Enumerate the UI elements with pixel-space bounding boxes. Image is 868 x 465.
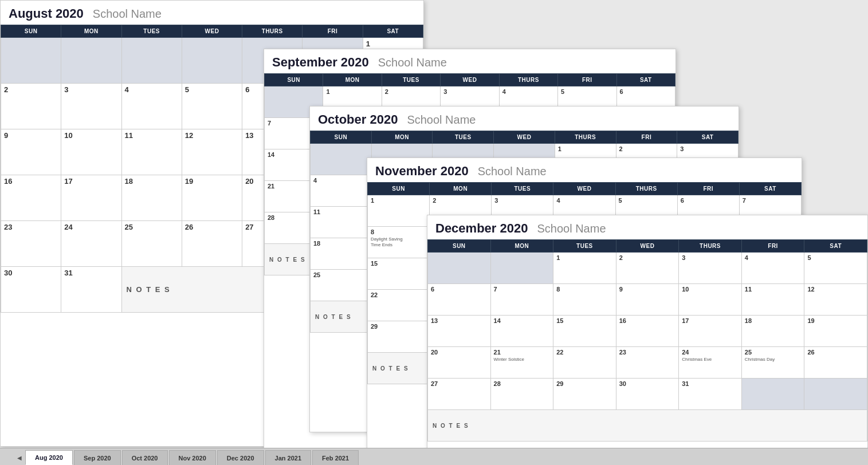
aug-col-wed: WED [182, 25, 242, 38]
table-row: 29 [368, 321, 430, 353]
tab-scroll-left[interactable]: ◀ [14, 450, 25, 465]
table-row [741, 379, 804, 410]
table-row: 5 [804, 253, 867, 284]
table-row: 18 [121, 175, 182, 221]
tab-jan-2021[interactable]: Jan 2021 [265, 450, 311, 465]
aug-col-sun: SUN [1, 25, 61, 38]
table-row: 21Winter Solstice [490, 347, 553, 379]
table-row: 10 [679, 284, 742, 316]
table-row: 17 [61, 175, 121, 221]
event-label: Christmas Eve [682, 357, 739, 362]
nov-col-sun: SUN [368, 183, 430, 195]
event-label: Daylight SavingTime Ends [371, 237, 426, 247]
table-row: 15 [553, 316, 616, 347]
sep-col-wed: WED [441, 74, 499, 86]
table-row: 30 [1, 267, 61, 313]
oct-col-mon: MON [371, 131, 433, 144]
table-row: 23 [1, 221, 61, 267]
nov-col-thu: THURS [615, 183, 677, 195]
event-label: Christmas Day [745, 357, 802, 362]
table-row: 19 [182, 175, 242, 221]
october-school: School Name [407, 113, 476, 127]
august-header: August 2020 School Name [1, 1, 423, 25]
table-row: 17 [679, 316, 742, 347]
table-row: 16 [1, 175, 61, 221]
aug-col-fri: FRI [303, 25, 363, 38]
table-row [428, 253, 491, 284]
table-row: 30 [616, 379, 679, 410]
nov-col-mon: MON [430, 183, 492, 195]
december-grid: SUN MON TUES WED THURS FRI SAT 1 2 3 4 5… [427, 239, 867, 442]
oct-col-fri: FRI [616, 131, 677, 144]
table-row: 10 [61, 129, 121, 175]
table-row: 8 [553, 284, 616, 316]
tab-aug-2020[interactable]: Aug 2020 [25, 450, 73, 465]
table-row: 26 [182, 221, 242, 267]
table-row: 20 [428, 347, 491, 379]
nov-col-tue: TUES [492, 183, 553, 195]
event-label: Winter Solstice [494, 357, 551, 362]
table-row: 14 [490, 316, 553, 347]
november-school: School Name [478, 165, 547, 178]
nov-col-sat: SAT [739, 183, 801, 195]
table-row [311, 144, 372, 175]
table-row: 19 [804, 316, 867, 347]
table-row: 22 [553, 347, 616, 379]
table-row: 12 [182, 129, 242, 175]
august-school: School Name [93, 7, 162, 21]
dec-col-wed: WED [616, 240, 679, 253]
tab-nov-2020[interactable]: Nov 2020 [169, 450, 216, 465]
table-row: 3 [61, 84, 121, 129]
table-row: 7 [490, 284, 553, 316]
table-row: 2 [616, 253, 679, 284]
table-row: 18 [311, 238, 372, 270]
table-row: 11 [311, 207, 372, 238]
october-title: October 2020 [318, 112, 398, 127]
sep-col-tue: TUES [382, 74, 440, 86]
table-row: 22 [368, 290, 430, 321]
notes-cell: N O T E S [428, 410, 867, 442]
tab-dec-2020[interactable]: Dec 2020 [217, 450, 264, 465]
table-row: 8Daylight SavingTime Ends [368, 227, 430, 258]
sep-col-fri: FRI [558, 74, 616, 86]
november-title: November 2020 [375, 164, 469, 179]
table-row: 28 [490, 379, 553, 410]
calendar-december: December 2020 School Name SUN MON TUES W… [427, 215, 868, 455]
oct-col-tue: TUES [433, 131, 494, 144]
tab-oct-2020[interactable]: Oct 2020 [122, 450, 168, 465]
sep-col-thu: THURS [499, 74, 557, 86]
table-row: 31 [61, 267, 121, 313]
table-row: 4 [121, 84, 182, 129]
table-row: 13 [428, 316, 491, 347]
table-row: 23 [616, 347, 679, 379]
sep-col-sat: SAT [616, 74, 675, 86]
table-row [804, 379, 867, 410]
august-title: August 2020 [9, 6, 84, 21]
table-row: 4 [311, 175, 372, 207]
table-row: 27 [428, 379, 491, 410]
table-row: 16 [616, 316, 679, 347]
november-header: November 2020 School Name [367, 158, 802, 182]
table-row: 25 [121, 221, 182, 267]
table-row: 31 [679, 379, 742, 410]
tab-sep-2020[interactable]: Sep 2020 [74, 450, 121, 465]
table-row: 3 [679, 253, 742, 284]
oct-col-wed: WED [494, 131, 555, 144]
table-row [61, 38, 121, 84]
september-school: School Name [378, 56, 447, 69]
table-row: 5 [182, 84, 242, 129]
table-row: 9 [1, 129, 61, 175]
table-row: 12 [804, 284, 867, 316]
december-title: December 2020 [435, 221, 528, 236]
tab-feb-2021[interactable]: Feb 2021 [312, 450, 359, 465]
table-row: 11 [121, 129, 182, 175]
table-row: 6 [428, 284, 491, 316]
table-row: 15 [368, 258, 430, 290]
table-row: 29 [553, 379, 616, 410]
october-header: October 2020 School Name [310, 107, 739, 131]
table-row: 11 [741, 284, 804, 316]
table-row: 25Christmas Day [741, 347, 804, 379]
table-row: 4 [741, 253, 804, 284]
oct-col-thu: THURS [555, 131, 616, 144]
nov-col-fri: FRI [677, 183, 739, 195]
